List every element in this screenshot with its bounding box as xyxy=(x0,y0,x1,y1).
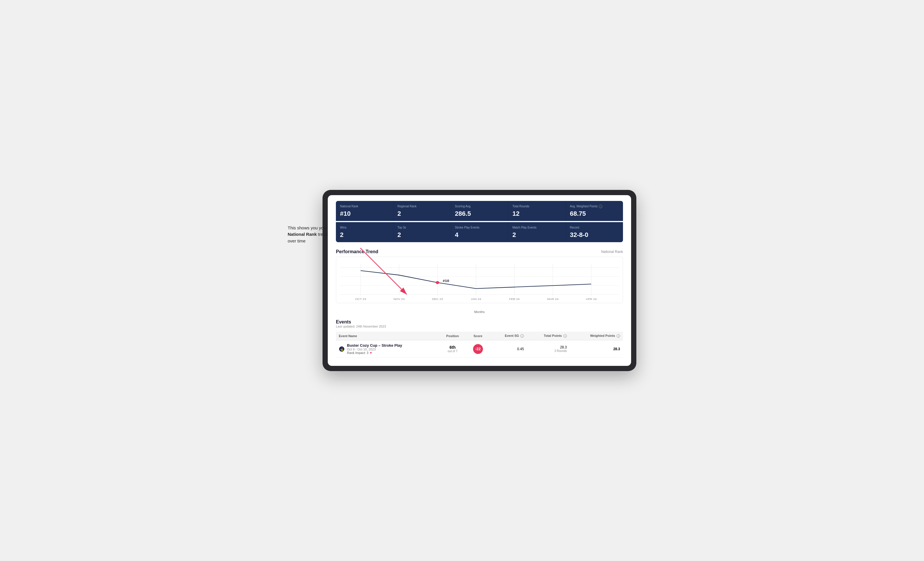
stat-national-rank-value: #10 xyxy=(340,210,389,217)
page-wrapper: This shows you your National Rank trend … xyxy=(288,190,636,371)
performance-trend-header: Performance Trend National Rank xyxy=(336,249,623,254)
events-table-head: Event Name Position Score Event SG i Tot… xyxy=(336,332,623,340)
svg-text:JAN 24: JAN 24 xyxy=(471,298,481,301)
stat-top3s-label: Top 3s xyxy=(398,226,447,229)
events-table: Event Name Position Score Event SG i Tot… xyxy=(336,332,623,358)
events-table-body: ⛳ Buster Cozy Cup – Stroke Play Oct 9 - … xyxy=(336,340,623,358)
svg-text:⛳: ⛳ xyxy=(340,347,344,351)
stat-regional-rank-label: Regional Rank xyxy=(398,204,447,208)
col-score: Score xyxy=(466,332,490,340)
stat-match-play-label: Match Play Events xyxy=(512,226,561,229)
chart-svg: #10 OCT 23 NOV 23 DEC 23 JAN 24 FEB 24 M… xyxy=(340,262,619,301)
stat-wins-label: Wins xyxy=(340,226,389,229)
info-icon-total-points: i xyxy=(563,334,567,338)
annotation-bold: National Rank xyxy=(288,232,317,236)
col-position: Position xyxy=(439,332,466,340)
stat-scoring-avg: Scoring Avg. 286.5 xyxy=(451,201,508,221)
svg-text:OCT 23: OCT 23 xyxy=(355,298,366,301)
stats-grid-row1: National Rank #10 Regional Rank 2 Scorin… xyxy=(336,201,623,221)
table-row: ⛳ Buster Cozy Cup – Stroke Play Oct 9 - … xyxy=(336,340,623,358)
events-last-updated: Last updated: 24th November 2023 xyxy=(336,325,623,328)
event-position: 6th out of 7 xyxy=(442,345,463,353)
stat-total-rounds-label: Total Rounds xyxy=(512,204,561,208)
events-title: Events xyxy=(336,319,623,325)
stat-record-value: 32-8-0 xyxy=(570,231,619,239)
svg-text:FEB 24: FEB 24 xyxy=(509,298,519,301)
total-rounds: 3 Rounds xyxy=(530,349,567,353)
stat-regional-rank: Regional Rank 2 xyxy=(393,201,451,221)
score-badge: -22 xyxy=(473,344,483,354)
performance-trend-subtitle: National Rank xyxy=(601,250,623,254)
stat-national-rank-label: National Rank xyxy=(340,204,389,208)
event-score-cell: -22 xyxy=(466,340,490,358)
event-name-cell: ⛳ Buster Cozy Cup – Stroke Play Oct 9 - … xyxy=(336,340,439,358)
event-sg-cell: 0.45 xyxy=(490,340,527,358)
stat-record-label: Record xyxy=(570,226,619,229)
info-icon-weighted: i xyxy=(599,205,602,208)
stat-national-rank: National Rank #10 xyxy=(336,201,393,221)
stat-total-rounds-value: 12 xyxy=(512,210,561,217)
col-event-sg: Event SG i xyxy=(490,332,527,340)
svg-text:#10: #10 xyxy=(443,279,449,283)
stat-scoring-avg-value: 286.5 xyxy=(455,210,504,217)
svg-text:APR 24: APR 24 xyxy=(586,298,597,301)
event-rank-impact: Rank Impact: 3 ▼ xyxy=(347,351,402,355)
total-points-value: 28.3 xyxy=(530,345,567,349)
svg-text:MAR 24: MAR 24 xyxy=(547,298,558,301)
stat-stroke-play: Stroke Play Events 4 xyxy=(451,222,508,242)
stat-stroke-play-label: Stroke Play Events xyxy=(455,226,504,229)
events-section: Events Last updated: 24th November 2023 … xyxy=(336,319,623,358)
chart-container: #10 OCT 23 NOV 23 DEC 23 JAN 24 FEB 24 M… xyxy=(336,257,623,303)
stat-wins-value: 2 xyxy=(340,231,389,239)
annotation-text: This shows you your National Rank trend … xyxy=(288,225,334,244)
annotation-part1: This shows you your xyxy=(288,225,327,230)
col-total-points: Total Points i xyxy=(527,332,570,340)
col-weighted-points: Weighted Points i xyxy=(570,332,623,340)
info-icon-weighted-points: i xyxy=(616,334,620,338)
stat-record: Record 32-8-0 xyxy=(566,222,623,242)
stat-match-play: Match Play Events 2 xyxy=(508,222,566,242)
stat-wins: Wins 2 xyxy=(336,222,393,242)
event-info: Buster Cozy Cup – Stroke Play Oct 9 - Oc… xyxy=(347,343,402,355)
svg-point-13 xyxy=(436,281,440,284)
rank-impact-value: ▼ xyxy=(369,351,372,355)
stat-top3s: Top 3s 2 xyxy=(393,222,451,242)
event-position-cell: 6th out of 7 xyxy=(439,340,466,358)
chart-x-label: Months xyxy=(336,310,623,314)
weighted-points-cell: 28.3 xyxy=(570,340,623,358)
stat-avg-weighted-label: Avg. Weighted Points i xyxy=(570,204,619,208)
stat-scoring-avg-label: Scoring Avg. xyxy=(455,204,504,208)
stat-total-rounds: Total Rounds 12 xyxy=(508,201,566,221)
tablet-screen: National Rank #10 Regional Rank 2 Scorin… xyxy=(328,195,631,366)
stat-avg-weighted-points: Avg. Weighted Points i 68.75 xyxy=(566,201,623,221)
event-icon: ⛳ xyxy=(339,346,345,352)
content-area: National Rank #10 Regional Rank 2 Scorin… xyxy=(328,195,631,366)
performance-trend-title: Performance Trend xyxy=(336,249,378,254)
event-sg-value: 0.45 xyxy=(517,347,524,351)
weighted-points-value: 28.3 xyxy=(614,347,620,351)
stat-top3s-value: 2 xyxy=(398,231,447,239)
stat-regional-rank-value: 2 xyxy=(398,210,447,217)
events-table-header-row: Event Name Position Score Event SG i Tot… xyxy=(336,332,623,340)
stat-avg-weighted-value: 68.75 xyxy=(570,210,619,217)
event-date: Oct 9 - Oct 10, 2023 xyxy=(347,347,402,351)
events-header: Events Last updated: 24th November 2023 xyxy=(336,319,623,328)
info-icon-event-sg: i xyxy=(520,334,524,338)
tablet-frame: National Rank #10 Regional Rank 2 Scorin… xyxy=(322,190,636,371)
total-points-cell: 28.3 3 Rounds xyxy=(527,340,570,358)
position-main: 6th xyxy=(442,345,463,350)
stat-stroke-play-value: 4 xyxy=(455,231,504,239)
position-sub: out of 7 xyxy=(442,350,463,353)
stat-match-play-value: 2 xyxy=(512,231,561,239)
col-event-name: Event Name xyxy=(336,332,439,340)
svg-text:DEC 23: DEC 23 xyxy=(432,298,443,301)
svg-text:NOV 23: NOV 23 xyxy=(393,298,405,301)
event-name: Buster Cozy Cup – Stroke Play xyxy=(347,343,402,347)
stats-grid-row2: Wins 2 Top 3s 2 Stroke Play Events 4 Mat… xyxy=(336,222,623,242)
